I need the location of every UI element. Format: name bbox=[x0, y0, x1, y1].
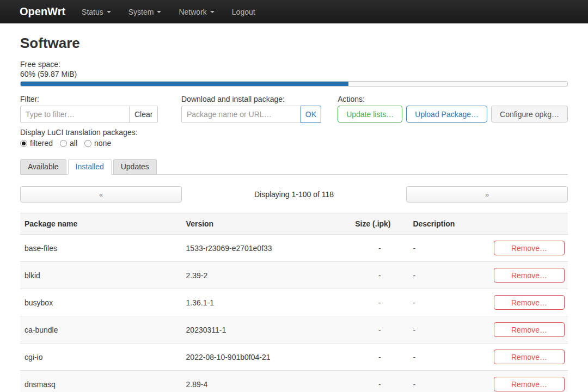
free-space-progress-fill bbox=[21, 82, 348, 86]
remove-button[interactable]: Remove… bbox=[494, 295, 565, 310]
chevron-down-icon bbox=[210, 11, 215, 13]
prev-page-button[interactable]: « bbox=[20, 186, 182, 203]
package-description-cell: - bbox=[408, 262, 488, 289]
package-version-cell: 1.36.1-1 bbox=[182, 289, 351, 316]
package-size-cell: - bbox=[351, 262, 408, 289]
header-actions bbox=[488, 213, 568, 235]
package-name-cell: dnsmasq bbox=[20, 371, 182, 392]
package-version-cell: 2.39-2 bbox=[182, 262, 351, 289]
remove-button[interactable]: Remove… bbox=[494, 350, 565, 364]
package-description-cell: - bbox=[408, 235, 488, 262]
free-space-label: Free space: bbox=[20, 59, 568, 69]
pagination-bar: « Displaying 1-100 of 118 » bbox=[20, 186, 568, 203]
download-section: Download and install package: OK bbox=[181, 94, 321, 148]
radio-label: all bbox=[70, 139, 77, 148]
package-name-cell: ca-bundle bbox=[20, 316, 182, 344]
package-version-cell: 2.89-4 bbox=[182, 371, 351, 392]
package-description-cell: - bbox=[408, 316, 488, 344]
header-description: Description bbox=[408, 213, 488, 235]
radio-icon bbox=[20, 140, 27, 147]
nav-item-network[interactable]: Network bbox=[170, 0, 223, 23]
header-size: Size (.ipk) bbox=[351, 213, 408, 235]
chevron-down-icon bbox=[107, 11, 111, 13]
radio-label: none bbox=[94, 139, 111, 148]
radio-all[interactable]: all bbox=[60, 139, 77, 148]
tab-bar: Available Installed Updates bbox=[20, 159, 568, 175]
nav-menu: Status System Network Logout bbox=[73, 0, 264, 23]
nav-item-system[interactable]: System bbox=[120, 0, 170, 23]
package-size-cell: - bbox=[351, 289, 408, 316]
brand-logo[interactable]: OpenWrt bbox=[20, 5, 65, 18]
nav-item-label: Logout bbox=[232, 8, 255, 16]
remove-button[interactable]: Remove… bbox=[494, 377, 565, 391]
package-size-cell: - bbox=[351, 344, 408, 371]
nav-item-logout[interactable]: Logout bbox=[223, 0, 264, 23]
remove-button[interactable]: Remove… bbox=[494, 322, 565, 337]
upload-package-button[interactable]: Upload Package… bbox=[406, 106, 487, 122]
filter-input[interactable] bbox=[20, 106, 130, 123]
clear-filter-button[interactable]: Clear bbox=[129, 106, 158, 123]
table-header-row: Package name Version Size (.ipk) Descrip… bbox=[20, 213, 568, 235]
radio-icon bbox=[60, 140, 67, 147]
package-description-cell: - bbox=[408, 289, 488, 316]
radio-none[interactable]: none bbox=[84, 139, 111, 148]
update-lists-button[interactable]: Update lists… bbox=[338, 106, 402, 122]
tab-available[interactable]: Available bbox=[20, 159, 66, 175]
radio-filtered[interactable]: filtered bbox=[20, 139, 53, 148]
top-navbar: OpenWrt Status System Network Logout bbox=[0, 0, 588, 23]
nav-item-label: Network bbox=[179, 8, 206, 16]
next-page-button[interactable]: » bbox=[406, 186, 568, 203]
package-size-cell: - bbox=[351, 235, 408, 262]
table-row: base-files 1533-r23069-e2701e0f33 - - Re… bbox=[20, 235, 568, 262]
translation-label: Display LuCI translation packages: bbox=[20, 127, 154, 137]
table-row: cgi-io 2022-08-10-901b0f04-21 - - Remove… bbox=[20, 344, 568, 371]
free-space-value: 60% (59.87 MiB) bbox=[20, 69, 568, 79]
package-description-cell: - bbox=[408, 371, 488, 392]
filter-section: Filter: Clear Display LuCI translation p… bbox=[20, 94, 154, 148]
pagination-status: Displaying 1-100 of 118 bbox=[182, 190, 406, 199]
remove-button[interactable]: Remove… bbox=[494, 268, 565, 283]
table-row: blkid 2.39-2 - - Remove… bbox=[20, 262, 568, 289]
page-title: Software bbox=[20, 35, 568, 52]
header-package-name: Package name bbox=[20, 213, 182, 235]
package-name-cell: base-files bbox=[20, 235, 182, 262]
header-version: Version bbox=[182, 213, 351, 235]
remove-button[interactable]: Remove… bbox=[494, 241, 565, 255]
packages-table: Package name Version Size (.ipk) Descrip… bbox=[20, 213, 568, 392]
free-space-progress-track bbox=[20, 81, 568, 87]
chevron-down-icon bbox=[157, 11, 161, 13]
nav-item-label: System bbox=[128, 8, 154, 16]
package-name-cell: busybox bbox=[20, 289, 182, 316]
tab-updates[interactable]: Updates bbox=[113, 159, 157, 175]
radio-icon bbox=[84, 140, 91, 147]
download-input[interactable] bbox=[181, 106, 301, 123]
table-row: dnsmasq 2.89-4 - - Remove… bbox=[20, 371, 568, 392]
package-name-cell: cgi-io bbox=[20, 344, 182, 371]
package-size-cell: - bbox=[351, 371, 408, 392]
ok-button[interactable]: OK bbox=[301, 106, 321, 123]
package-description-cell: - bbox=[408, 344, 488, 371]
package-size-cell: - bbox=[351, 316, 408, 344]
packages-table-body: base-files 1533-r23069-e2701e0f33 - - Re… bbox=[20, 235, 568, 392]
table-row: busybox 1.36.1-1 - - Remove… bbox=[20, 289, 568, 316]
free-space-section: Free space: 60% (59.87 MiB) bbox=[20, 59, 568, 87]
actions-label: Actions: bbox=[338, 94, 568, 104]
main-content: Software Free space: 60% (59.87 MiB) Fil… bbox=[0, 35, 588, 392]
radio-label: filtered bbox=[30, 139, 53, 148]
package-version-cell: 20230311-1 bbox=[182, 316, 351, 344]
nav-item-status[interactable]: Status bbox=[73, 0, 120, 23]
filter-label: Filter: bbox=[20, 94, 154, 104]
package-name-cell: blkid bbox=[20, 262, 182, 289]
configure-opkg-button[interactable]: Configure opkg… bbox=[491, 106, 568, 122]
controls-section: Filter: Clear Display LuCI translation p… bbox=[20, 94, 568, 148]
tab-installed[interactable]: Installed bbox=[68, 159, 112, 175]
actions-section: Actions: Update lists… Upload Package… C… bbox=[338, 94, 568, 148]
nav-item-label: Status bbox=[82, 8, 103, 16]
translation-packages-section: Display LuCI translation packages: filte… bbox=[20, 127, 154, 148]
download-label: Download and install package: bbox=[181, 94, 321, 104]
package-version-cell: 2022-08-10-901b0f04-21 bbox=[182, 344, 351, 371]
package-version-cell: 1533-r23069-e2701e0f33 bbox=[182, 235, 351, 262]
table-row: ca-bundle 20230311-1 - - Remove… bbox=[20, 316, 568, 344]
